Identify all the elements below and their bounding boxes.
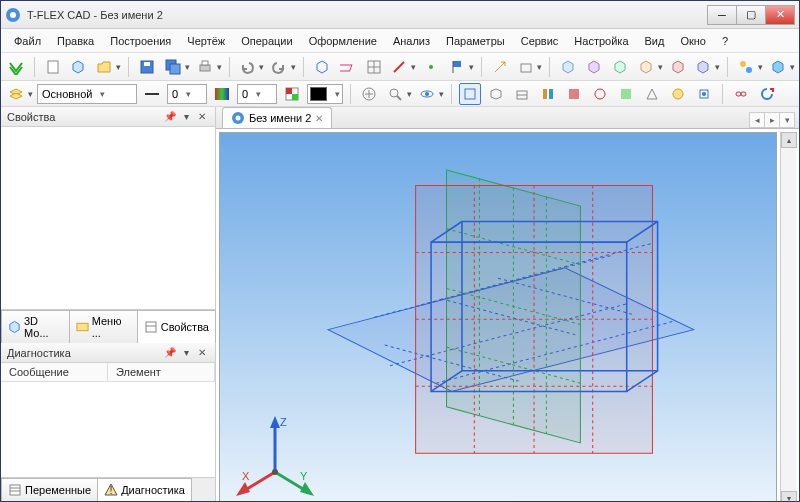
solid-1-icon[interactable] (557, 56, 579, 78)
tab-3d-model[interactable]: 3D Мо... (1, 310, 70, 343)
document-tab-close-icon[interactable]: ✕ (315, 113, 323, 124)
diag-col-message[interactable]: Сообщение (1, 363, 108, 381)
layers-dropdown[interactable]: ▾ (28, 89, 33, 99)
print-dropdown[interactable]: ▾ (217, 62, 222, 72)
solid6-dropdown[interactable]: ▾ (715, 62, 720, 72)
layer-combo[interactable]: Основной ▾ (37, 84, 137, 104)
solid-4-icon[interactable] (635, 56, 657, 78)
refresh-icon[interactable] (756, 83, 778, 105)
tab-properties[interactable]: Свойства (137, 310, 216, 343)
mode-10-icon[interactable] (693, 83, 715, 105)
menu-operations[interactable]: Операции (234, 32, 299, 50)
menu-view[interactable]: Вид (638, 32, 672, 50)
mode-5-icon[interactable] (563, 83, 585, 105)
tabs-scroll-right[interactable]: ▸ (764, 112, 780, 128)
new-3d-icon[interactable] (68, 56, 90, 78)
menu-analysis[interactable]: Анализ (386, 32, 437, 50)
menu-parameters[interactable]: Параметры (439, 32, 512, 50)
diag-close-icon[interactable]: ✕ (195, 346, 209, 360)
mode-7-icon[interactable] (615, 83, 637, 105)
diag-col-element[interactable]: Элемент (108, 363, 215, 381)
flag-dropdown[interactable]: ▾ (469, 62, 474, 72)
tabs-scroll-left[interactable]: ◂ (749, 112, 765, 128)
diag-pin-icon[interactable]: 📌 (163, 346, 177, 360)
lineweight-combo[interactable]: 0 ▾ (167, 84, 207, 104)
menu-window[interactable]: Окно (673, 32, 713, 50)
viewport-3d[interactable]: Z X Y (219, 132, 777, 502)
open-dropdown[interactable]: ▾ (116, 62, 121, 72)
minimize-button[interactable]: ─ (707, 5, 737, 25)
maximize-button[interactable]: ▢ (736, 5, 766, 25)
assembly-icon[interactable] (735, 56, 757, 78)
open-icon[interactable] (93, 56, 115, 78)
box-dropdown[interactable]: ▾ (537, 62, 542, 72)
tool-cube-icon[interactable] (311, 56, 333, 78)
mode-6-icon[interactable] (589, 83, 611, 105)
scroll-down-icon[interactable]: ▾ (781, 491, 797, 502)
zoom-dropdown[interactable]: ▾ (407, 89, 412, 99)
linetype-icon[interactable] (141, 83, 163, 105)
solid-5-icon[interactable] (667, 56, 689, 78)
part-icon[interactable] (767, 56, 789, 78)
gradient-icon[interactable] (211, 83, 233, 105)
orbit-dropdown[interactable]: ▾ (439, 89, 444, 99)
tabs-menu[interactable]: ▾ (779, 112, 795, 128)
tool-flag-icon[interactable] (446, 56, 468, 78)
print-icon[interactable] (194, 56, 216, 78)
color-index-combo[interactable]: 0 ▾ (237, 84, 277, 104)
solid-dropdown[interactable]: ▾ (658, 62, 663, 72)
tool-sketch-icon[interactable] (389, 56, 411, 78)
solid-3-icon[interactable] (609, 56, 631, 78)
layers-icon[interactable] (5, 83, 27, 105)
mode-9-icon[interactable] (667, 83, 689, 105)
tab-variables[interactable]: Переменные (1, 478, 98, 501)
tool-point-icon[interactable] (420, 56, 442, 78)
scroll-up-icon[interactable]: ▴ (781, 132, 797, 148)
tool-grid-icon[interactable] (363, 56, 385, 78)
mode-1-icon[interactable] (459, 83, 481, 105)
save-all-icon[interactable] (162, 56, 184, 78)
apply-icon[interactable] (5, 56, 27, 78)
tab-menu[interactable]: Меню ... (69, 310, 138, 343)
new-icon[interactable] (42, 56, 64, 78)
menu-service[interactable]: Сервис (514, 32, 566, 50)
pane-close-icon[interactable]: ✕ (195, 110, 209, 124)
vertical-scrollbar[interactable]: ▴ ▾ (780, 132, 796, 502)
undo-icon[interactable] (237, 56, 259, 78)
pane-pin-icon[interactable]: 📌 (163, 110, 177, 124)
undo-dropdown[interactable]: ▾ (259, 62, 264, 72)
mode-8-icon[interactable] (641, 83, 663, 105)
color-picker-icon[interactable] (281, 83, 303, 105)
tool-arrow-icon[interactable] (489, 56, 511, 78)
link-icon[interactable] (730, 83, 752, 105)
solid-6-icon[interactable] (692, 56, 714, 78)
color-swatch-combo[interactable]: ▾ (307, 84, 343, 104)
redo-dropdown[interactable]: ▾ (291, 62, 296, 72)
menu-help[interactable]: ? (715, 32, 735, 50)
solid-2-icon[interactable] (583, 56, 605, 78)
menu-constructions[interactable]: Построения (103, 32, 178, 50)
menu-edit[interactable]: Правка (50, 32, 101, 50)
menu-settings[interactable]: Настройка (567, 32, 635, 50)
sketch-dropdown[interactable]: ▾ (411, 62, 416, 72)
menu-drawing[interactable]: Чертёж (180, 32, 232, 50)
menu-file[interactable]: Файл (7, 32, 48, 50)
tab-diagnostics[interactable]: !Диагностика (97, 478, 192, 501)
save-icon[interactable] (136, 56, 158, 78)
document-tab[interactable]: Без имени 2 ✕ (222, 107, 332, 128)
mode-3-icon[interactable] (511, 83, 533, 105)
view-orbit-icon[interactable] (416, 83, 438, 105)
view-pan-icon[interactable] (358, 83, 380, 105)
close-button[interactable]: ✕ (765, 5, 795, 25)
mode-2-icon[interactable] (485, 83, 507, 105)
mode-4-icon[interactable] (537, 83, 559, 105)
menu-design[interactable]: Оформление (302, 32, 384, 50)
tool-plane-icon[interactable] (337, 56, 359, 78)
assembly-dropdown[interactable]: ▾ (758, 62, 763, 72)
pane-menu-icon[interactable]: ▾ (179, 110, 193, 124)
save-dropdown[interactable]: ▾ (185, 62, 190, 72)
redo-icon[interactable] (268, 56, 290, 78)
view-zoom-icon[interactable] (384, 83, 406, 105)
part-dropdown[interactable]: ▾ (790, 62, 795, 72)
diag-menu-icon[interactable]: ▾ (179, 346, 193, 360)
